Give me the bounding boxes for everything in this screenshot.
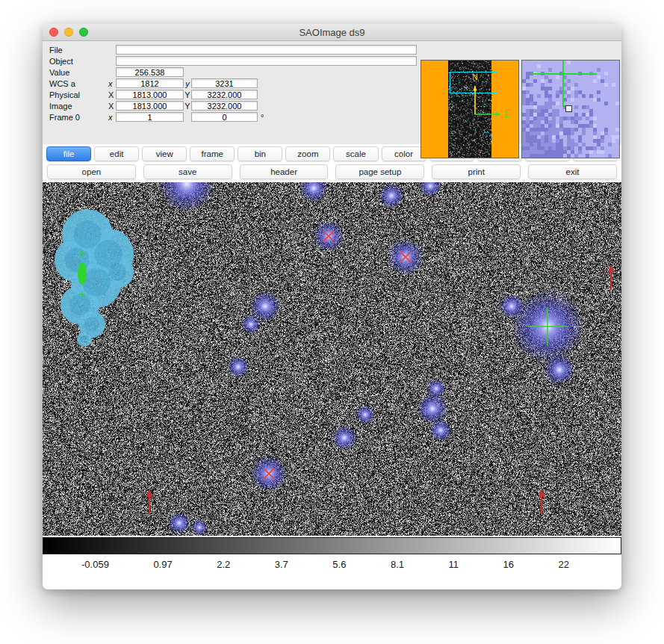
file-submenu-bar: open save header page setup print exit — [43, 164, 621, 179]
frame-label: Frame 0 — [43, 113, 108, 122]
menu-bin[interactable]: bin — [238, 146, 282, 161]
panner-frame — [421, 60, 519, 158]
image-canvas[interactable] — [43, 182, 621, 536]
colorbar-tick: 5.6 — [332, 559, 346, 570]
file-field[interactable] — [116, 45, 417, 55]
window-title: SAOImage ds9 — [299, 27, 364, 38]
wcs-x-field[interactable]: 1812 — [116, 78, 184, 88]
minimize-button[interactable] — [64, 28, 73, 37]
physical-label: Physical — [43, 90, 108, 99]
physical-x-key: X — [108, 90, 116, 99]
physical-x-field[interactable]: 1813.000 — [116, 90, 184, 99]
wcs-y-field[interactable]: 3231 — [191, 78, 258, 88]
info-panel: File Object Value 256.538 WCS a x 1812 y… — [43, 41, 621, 144]
magnifier — [522, 61, 619, 158]
button-exit[interactable]: exit — [528, 164, 617, 179]
menu-view[interactable]: view — [142, 146, 187, 161]
image-x-field[interactable]: 1813.000 — [116, 101, 184, 111]
colorbar[interactable] — [43, 537, 621, 554]
button-save[interactable]: save — [143, 164, 232, 179]
colorbar-tick: 11 — [449, 559, 459, 570]
colorbar-tick: 0.97 — [153, 559, 172, 570]
button-print[interactable]: print — [432, 164, 521, 179]
wcs-x-key: x — [108, 79, 116, 88]
object-label: Object — [43, 57, 108, 66]
traffic-lights — [49, 28, 88, 37]
image-x-key: X — [108, 102, 116, 111]
image-y-field[interactable]: 3232.000 — [191, 101, 258, 111]
title-bar[interactable]: SAOImage ds9 — [43, 24, 621, 41]
button-header[interactable]: header — [240, 164, 329, 179]
colorbar-tick: 3.7 — [275, 559, 288, 570]
object-field[interactable] — [116, 56, 417, 66]
value-field[interactable]: 256.538 — [116, 67, 184, 77]
frame-rotate-field[interactable]: 0 — [191, 112, 258, 122]
menu-color[interactable]: color — [382, 146, 426, 161]
frame-x-key: x — [108, 113, 116, 122]
colorbar-tick: 8.1 — [391, 559, 404, 570]
colorbar-section: -0.0590.972.23.75.68.1111622 — [43, 537, 621, 570]
button-page-setup[interactable]: page setup — [335, 164, 424, 179]
file-label: File — [43, 46, 108, 55]
colorbar-tick: 22 — [558, 559, 568, 570]
colorbar-tick: 16 — [503, 559, 514, 570]
zoom-button[interactable] — [79, 28, 88, 37]
close-button[interactable] — [49, 28, 58, 37]
ds9-window: SAOImage ds9 File Object Value 256.538 W… — [43, 24, 621, 589]
degree-symbol: ° — [261, 113, 264, 122]
menu-scale[interactable]: scale — [333, 146, 378, 161]
menu-file[interactable]: file — [46, 146, 91, 161]
wcs-y-key: y — [184, 79, 191, 88]
button-open[interactable]: open — [47, 164, 136, 179]
value-label: Value — [43, 68, 108, 77]
image-label: Image — [43, 102, 108, 111]
image-y-key: Y — [184, 102, 191, 111]
magnifier-frame — [521, 60, 620, 158]
menu-edit[interactable]: edit — [94, 146, 139, 161]
physical-y-key: Y — [184, 90, 191, 99]
colorbar-tick: -0.059 — [81, 559, 109, 570]
wcs-label: WCS a — [43, 79, 108, 88]
colorbar-tick: 2.2 — [217, 559, 230, 570]
menu-zoom[interactable]: zoom — [285, 146, 330, 161]
file-row: File — [43, 44, 621, 55]
image-area — [43, 182, 621, 536]
frame-zoom-field[interactable]: 1 — [116, 112, 184, 122]
colorbar-ticks: -0.0590.972.23.75.68.1111622 — [43, 554, 621, 570]
menu-frame[interactable]: frame — [190, 146, 235, 161]
physical-y-field[interactable]: 3232.000 — [191, 90, 258, 99]
panner[interactable] — [421, 61, 518, 158]
